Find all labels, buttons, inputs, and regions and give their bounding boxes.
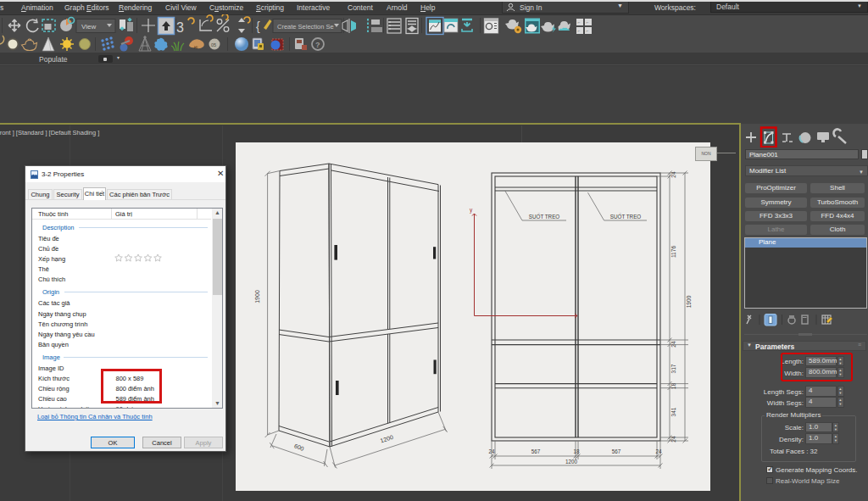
svg-text:317: 317 (670, 364, 676, 373)
svg-text:y: y (470, 207, 473, 214)
svg-text:?: ? (315, 41, 320, 49)
svg-text:⌐: ⌐ (578, 28, 581, 33)
svg-text:18: 18 (573, 448, 580, 454)
svg-text:567: 567 (612, 448, 621, 454)
svg-text:3: 3 (176, 20, 184, 35)
svg-text:24: 24 (670, 436, 676, 443)
svg-text:1900: 1900 (686, 295, 692, 308)
svg-text:SUỐT TREO: SUỐT TREO (610, 212, 642, 220)
svg-text:18: 18 (670, 383, 676, 390)
svg-text:SUỐT TREO: SUỐT TREO (529, 212, 560, 220)
svg-text:600: 600 (293, 443, 304, 451)
svg-text:⌐: ⌐ (587, 19, 589, 25)
svg-text:05: 05 (211, 42, 216, 47)
svg-text:Hi: Hi (194, 46, 198, 50)
svg-text:24: 24 (655, 448, 662, 454)
svg-text:⌐: ⌐ (587, 28, 589, 33)
svg-text:24: 24 (488, 448, 495, 454)
svg-text:View: View (81, 23, 96, 31)
svg-text:567: 567 (531, 448, 541, 454)
svg-text:1176: 1176 (670, 246, 676, 259)
svg-text:1200: 1200 (565, 459, 578, 465)
svg-text:24: 24 (670, 341, 676, 348)
svg-text:1900: 1900 (254, 290, 260, 303)
svg-text:Create Selection Se: Create Selection Se (277, 23, 334, 31)
svg-text:341: 341 (670, 407, 676, 416)
svg-text:{: { (256, 19, 260, 33)
svg-text:⌐: ⌐ (578, 19, 581, 25)
svg-text:1200: 1200 (380, 434, 394, 444)
svg-text:24: 24 (670, 171, 676, 178)
